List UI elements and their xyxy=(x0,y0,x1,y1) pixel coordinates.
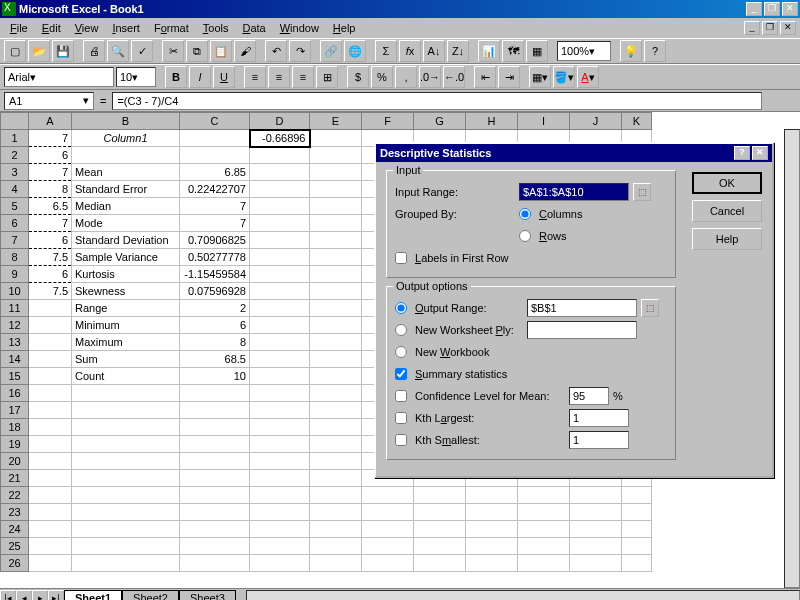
merge-icon[interactable]: ⊞ xyxy=(316,66,338,88)
rows-radio[interactable] xyxy=(519,230,531,242)
cell[interactable] xyxy=(414,487,466,504)
cell[interactable]: Count xyxy=(72,368,180,385)
cell[interactable] xyxy=(250,181,310,198)
align-right-icon[interactable]: ≡ xyxy=(292,66,314,88)
cell[interactable] xyxy=(250,538,310,555)
cell[interactable]: 8 xyxy=(29,181,72,198)
cell[interactable] xyxy=(180,538,250,555)
open-icon[interactable]: 📂 xyxy=(28,40,50,62)
dialog-close-button[interactable]: ✕ xyxy=(752,146,768,160)
cell[interactable] xyxy=(29,436,72,453)
row-5[interactable]: 5 xyxy=(1,198,29,215)
cell[interactable]: 0.50277778 xyxy=(180,249,250,266)
cell[interactable] xyxy=(310,215,362,232)
comma-icon[interactable]: , xyxy=(395,66,417,88)
underline-icon[interactable]: U xyxy=(213,66,235,88)
cell[interactable]: Standard Deviation xyxy=(72,232,180,249)
kth-largest-field[interactable]: 1 xyxy=(569,409,629,427)
row-11[interactable]: 11 xyxy=(1,300,29,317)
cell[interactable] xyxy=(310,436,362,453)
cell[interactable] xyxy=(29,470,72,487)
row-26[interactable]: 26 xyxy=(1,555,29,572)
col-H[interactable]: H xyxy=(466,113,518,130)
cell[interactable] xyxy=(180,436,250,453)
cell[interactable]: -1.15459584 xyxy=(180,266,250,283)
dec-decimal-icon[interactable]: ←.0 xyxy=(443,66,465,88)
cell[interactable]: 6.5 xyxy=(29,198,72,215)
col-I[interactable]: I xyxy=(518,113,570,130)
new-workbook-radio[interactable] xyxy=(395,346,407,358)
cell[interactable] xyxy=(310,181,362,198)
copy-icon[interactable]: ⧉ xyxy=(186,40,208,62)
col-G[interactable]: G xyxy=(414,113,466,130)
cell[interactable]: Skewness xyxy=(72,283,180,300)
cell[interactable] xyxy=(250,266,310,283)
dialog-help-action[interactable]: Help xyxy=(692,228,762,250)
new-worksheet-field[interactable] xyxy=(527,321,637,339)
cell[interactable] xyxy=(250,385,310,402)
cell[interactable] xyxy=(250,351,310,368)
cell[interactable]: 7 xyxy=(29,130,72,147)
cell[interactable] xyxy=(250,249,310,266)
next-sheet-button[interactable]: ▸ xyxy=(32,590,48,601)
cell[interactable] xyxy=(29,419,72,436)
cell[interactable] xyxy=(310,419,362,436)
cell[interactable] xyxy=(250,317,310,334)
row-8[interactable]: 8 xyxy=(1,249,29,266)
cell[interactable] xyxy=(250,402,310,419)
map-icon[interactable]: 🗺 xyxy=(502,40,524,62)
cell[interactable] xyxy=(72,402,180,419)
cell[interactable]: 10 xyxy=(180,368,250,385)
cell[interactable] xyxy=(250,521,310,538)
menu-data[interactable]: Data xyxy=(236,20,271,36)
cell[interactable] xyxy=(362,521,414,538)
cell[interactable] xyxy=(466,504,518,521)
last-sheet-button[interactable]: ▸| xyxy=(48,590,64,601)
new-worksheet-radio[interactable] xyxy=(395,324,407,336)
cell[interactable] xyxy=(29,555,72,572)
row-6[interactable]: 6 xyxy=(1,215,29,232)
fill-color-icon[interactable]: 🪣▾ xyxy=(553,66,575,88)
row-25[interactable]: 25 xyxy=(1,538,29,555)
help-icon[interactable]: ? xyxy=(644,40,666,62)
menu-window[interactable]: Window xyxy=(274,20,325,36)
cell[interactable]: Minimum xyxy=(72,317,180,334)
cell[interactable] xyxy=(466,521,518,538)
cell[interactable]: Standard Error xyxy=(72,181,180,198)
cell[interactable] xyxy=(622,504,652,521)
cell[interactable] xyxy=(310,130,362,147)
align-center-icon[interactable]: ≡ xyxy=(268,66,290,88)
cell[interactable] xyxy=(310,164,362,181)
cell[interactable] xyxy=(72,453,180,470)
ok-button[interactable]: OK xyxy=(692,172,762,194)
row-20[interactable]: 20 xyxy=(1,453,29,470)
cell[interactable]: Column1 xyxy=(72,130,180,147)
cell[interactable] xyxy=(72,538,180,555)
cell[interactable] xyxy=(250,283,310,300)
col-D[interactable]: D xyxy=(250,113,310,130)
columns-radio[interactable] xyxy=(519,208,531,220)
menu-tools[interactable]: Tools xyxy=(197,20,235,36)
format-painter-icon[interactable]: 🖌 xyxy=(234,40,256,62)
cell[interactable]: 7 xyxy=(29,215,72,232)
align-left-icon[interactable]: ≡ xyxy=(244,66,266,88)
kth-smallest-check[interactable] xyxy=(395,434,407,446)
cell[interactable] xyxy=(518,504,570,521)
autosum-icon[interactable]: Σ xyxy=(375,40,397,62)
row-9[interactable]: 9 xyxy=(1,266,29,283)
cell[interactable] xyxy=(310,317,362,334)
cell[interactable] xyxy=(72,385,180,402)
cell[interactable] xyxy=(310,453,362,470)
print-icon[interactable]: 🖨 xyxy=(83,40,105,62)
cell[interactable] xyxy=(29,402,72,419)
cell[interactable] xyxy=(414,521,466,538)
formula-input[interactable]: =(C3 - 7)/C4 xyxy=(112,92,762,110)
cell[interactable] xyxy=(72,147,180,164)
cell[interactable] xyxy=(310,402,362,419)
cell[interactable] xyxy=(570,538,622,555)
menu-view[interactable]: View xyxy=(69,20,105,36)
cell[interactable] xyxy=(414,504,466,521)
cell[interactable] xyxy=(180,419,250,436)
row-13[interactable]: 13 xyxy=(1,334,29,351)
kth-smallest-field[interactable]: 1 xyxy=(569,431,629,449)
